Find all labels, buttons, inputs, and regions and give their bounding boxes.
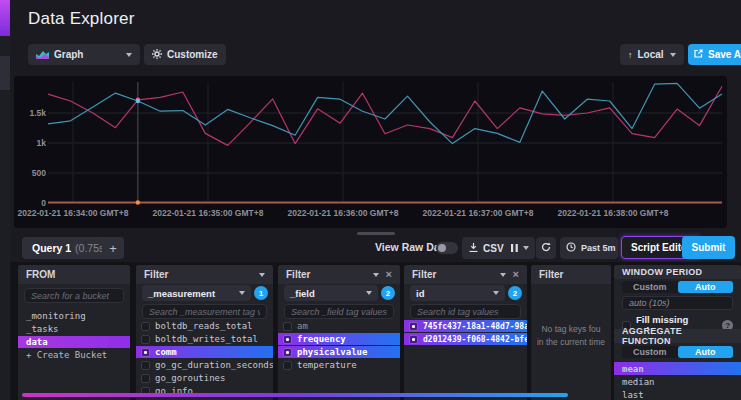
toggle-knob: [438, 244, 446, 252]
filter-panel-title: Filter: [412, 269, 436, 280]
x-axis-tick: 2022-01-21 16:38:00 GMT+8: [543, 208, 683, 218]
filter-panel-measurement: Filter _measurement 1 boltdb_reads_total…: [136, 265, 273, 400]
measurement-search-input[interactable]: [142, 304, 267, 319]
tag-value-item[interactable]: go_gc_duration_seconds: [136, 359, 273, 371]
view-raw-data-toggle[interactable]: [436, 242, 458, 254]
save-location-dropdown[interactable]: ↑ Local: [620, 44, 684, 65]
selection-count-badge: 2: [508, 286, 522, 300]
x-axis-tick: 2022-01-21 16:34:00 GMT+8: [3, 208, 143, 218]
y-axis-tick: 500: [18, 168, 46, 178]
panel-resize-handle[interactable]: [357, 232, 395, 235]
chevron-down-icon: [126, 53, 132, 57]
nav-sidebar-edge: [0, 0, 10, 400]
add-query-button[interactable]: +: [102, 237, 124, 259]
customize-button[interactable]: Customize: [144, 44, 226, 65]
visualization-type-dropdown[interactable]: Graph: [28, 44, 140, 65]
visualization-type-label: Graph: [54, 49, 83, 60]
save-as-icon: [694, 49, 703, 60]
filter-panel-title: Filter: [144, 269, 168, 280]
chevron-down-icon: [523, 246, 529, 250]
aggregate-function-selected[interactable]: mean: [614, 362, 741, 375]
time-range-label: Past 5m: [581, 243, 616, 253]
auto-option-selected[interactable]: Auto: [678, 281, 734, 293]
checkbox-checked: [409, 322, 418, 331]
tag-key-dropdown[interactable]: id: [410, 285, 505, 301]
from-panel-header: FROM: [18, 265, 130, 284]
checkbox-unchecked: [141, 361, 150, 370]
chevron-down-icon[interactable]: [500, 273, 506, 277]
refresh-button[interactable]: [536, 237, 556, 259]
chevron-down-icon: [670, 53, 676, 57]
tag-key-label: id: [416, 288, 424, 299]
custom-option[interactable]: Custom: [622, 346, 678, 358]
tag-key-label: _measurement: [148, 288, 215, 299]
csv-label: CSV: [483, 243, 504, 254]
tag-value-item[interactable]: temperature: [278, 359, 400, 371]
time-range-dropdown[interactable]: Past 5m: [560, 237, 618, 259]
aggregate-function-item[interactable]: median: [614, 375, 741, 388]
pause-icon: [511, 243, 518, 254]
checkbox-unchecked: [141, 374, 150, 383]
tag-key-dropdown[interactable]: _field: [284, 285, 378, 301]
csv-download-button[interactable]: CSV: [462, 237, 511, 259]
checkbox-checked: [283, 348, 292, 357]
y-axis-tick: 0: [18, 198, 46, 208]
window-period-input[interactable]: auto (10s): [622, 296, 733, 310]
tag-value-item-selected[interactable]: d2012439-f068-4842-bfef-8…: [404, 333, 527, 345]
tag-value-item[interactable]: am: [278, 320, 400, 332]
filter-panel-id: Filter × id 2 745fc437-18a1-48d7-98a6-7……: [404, 265, 527, 400]
tag-value-item-selected[interactable]: comm: [136, 346, 273, 358]
window-period-mode-toggle[interactable]: Custom Auto: [622, 281, 733, 293]
download-icon: [469, 243, 478, 254]
checkbox-checked: [141, 348, 150, 357]
bucket-item[interactable]: _tasks: [18, 323, 130, 335]
auto-option-selected[interactable]: Auto: [678, 346, 734, 358]
tag-value-item[interactable]: go_goroutines: [136, 372, 273, 384]
filter-panel-field: Filter × _field 2 am frequency physicalv…: [278, 265, 400, 400]
bucket-item[interactable]: _monitoring: [18, 310, 130, 322]
save-as-label: Save As: [708, 49, 741, 60]
time-series-chart: [14, 76, 727, 228]
close-icon[interactable]: ×: [513, 269, 519, 280]
checkbox-checked: [283, 335, 292, 344]
from-panel: FROM _monitoring _tasks data + Create Bu…: [18, 265, 130, 400]
submit-button[interactable]: Submit: [682, 236, 735, 259]
chevron-down-icon: [366, 291, 372, 295]
chevron-down-icon[interactable]: [373, 273, 379, 277]
y-axis-tick: 1k: [18, 138, 46, 148]
chevron-down-icon[interactable]: [259, 273, 265, 277]
aggregate-function-item[interactable]: last: [614, 388, 741, 400]
graph-icon: [36, 49, 49, 61]
nav-item-active[interactable]: [0, 56, 10, 90]
pause-dropdown-button[interactable]: [505, 237, 535, 259]
aggregate-mode-toggle[interactable]: Custom Auto: [622, 346, 733, 358]
filter-panel-title: Filter: [286, 269, 310, 280]
y-axis-tick: 1.5k: [18, 108, 46, 118]
tag-key-dropdown[interactable]: _measurement: [142, 285, 251, 301]
bucket-item-selected[interactable]: data: [18, 336, 130, 348]
nav-logo[interactable]: [0, 0, 10, 36]
create-bucket-button[interactable]: + Create Bucket: [18, 349, 130, 361]
tag-value-item-selected[interactable]: 745fc437-18a1-48d7-98a6-7…: [404, 320, 527, 332]
page-title: Data Explorer: [28, 9, 135, 29]
save-as-button[interactable]: Save As: [688, 44, 741, 65]
filter-panel-title: Filter: [539, 269, 563, 280]
field-search-input[interactable]: [284, 304, 394, 319]
tag-value-item[interactable]: boltdb_writes_total: [136, 333, 273, 345]
tag-value-item[interactable]: boltdb_reads_total: [136, 320, 273, 332]
x-axis-tick: 2022-01-21 16:36:00 GMT+8: [273, 208, 413, 218]
tag-value-item-selected[interactable]: frequency: [278, 333, 400, 345]
id-search-input[interactable]: [410, 304, 521, 319]
customize-label: Customize: [167, 49, 218, 60]
chevron-down-icon: [493, 291, 499, 295]
custom-option[interactable]: Custom: [622, 281, 678, 293]
up-arrow-icon: ↑: [628, 50, 633, 60]
close-icon[interactable]: ×: [386, 269, 392, 280]
tag-value-item-selected[interactable]: physicalvalue: [278, 346, 400, 358]
checkbox-unchecked: [141, 322, 150, 331]
selection-count-badge: 1: [254, 286, 268, 300]
bucket-search-input[interactable]: [24, 288, 124, 303]
horizontal-scrollbar[interactable]: [22, 393, 568, 397]
tag-key-label: _field: [290, 288, 315, 299]
filter-panel-empty: Filter No tag keys fou in the current ti…: [531, 265, 611, 400]
